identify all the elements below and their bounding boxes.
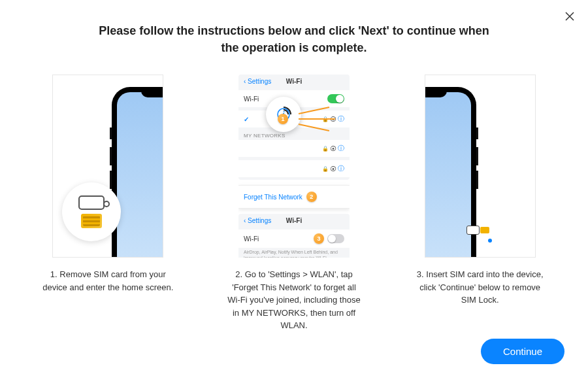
step-3: 3. Insert SIM card into the device, clic… — [395, 75, 564, 332]
step-3-illustration — [425, 75, 536, 258]
close-button[interactable] — [564, 10, 575, 24]
continue-button[interactable]: Continue — [481, 339, 564, 364]
eject-dot-icon — [488, 239, 492, 243]
sim-card-icon — [81, 214, 102, 228]
wifi-toggle-label: Wi-Fi — [244, 235, 259, 243]
sim-tray-icon — [78, 195, 105, 210]
settings-back-link: ‹ Settings — [244, 78, 271, 85]
step-1-illustration — [52, 75, 163, 258]
dialog-footer: Continue — [24, 339, 564, 364]
step-2: ‹ Settings Wi-Fi Wi-Fi ✓ 🔒⦿ⓘ MY NETWORKS — [210, 75, 379, 332]
step-1-caption: 1. Remove SIM card from your device and … — [39, 268, 176, 294]
sim-insert-icon — [466, 226, 489, 235]
pointer-lines-icon — [299, 110, 335, 126]
wifi-signal-icon: 🔒⦿ⓘ — [322, 144, 344, 153]
settings-title: Wi-Fi — [286, 217, 302, 224]
forget-network-row: Forget This Network 2 — [238, 185, 350, 209]
steps-row: 1. Remove SIM card from your device and … — [24, 75, 564, 332]
sim-magnifier-icon — [62, 182, 121, 241]
step-badge-2: 2 — [306, 192, 317, 202]
wifi-off-subnote: AirDrop, AirPlay, Notify When Left Behin… — [238, 248, 350, 258]
forget-network-label: Forget This Network — [244, 194, 302, 201]
wifi-toggle-label: Wi-Fi — [244, 95, 259, 103]
wifi-toggle-off-icon — [327, 234, 344, 243]
step-1: 1. Remove SIM card from your device and … — [24, 75, 193, 332]
dialog-container: Please follow the instructions below and… — [0, 0, 588, 372]
step-badge-3: 3 — [314, 233, 324, 244]
settings-title: Wi-Fi — [286, 78, 302, 85]
close-icon — [564, 11, 575, 22]
wifi-toggle-on-icon — [327, 94, 344, 103]
phone-icon — [112, 87, 163, 258]
step-3-caption: 3. Insert SIM card into the device, clic… — [412, 268, 549, 307]
dialog-heading: Please follow the instructions below and… — [98, 22, 490, 56]
step-2-caption: 2. Go to 'Settings > WLAN', tap 'Forget … — [225, 268, 363, 332]
step-2-illustration: ‹ Settings Wi-Fi Wi-Fi ✓ 🔒⦿ⓘ MY NETWORKS — [238, 75, 350, 258]
wifi-current-network-row: ✓ — [244, 116, 251, 123]
my-networks-label: MY NETWORKS — [238, 131, 350, 140]
settings-back-link: ‹ Settings — [244, 217, 271, 224]
wifi-settings-panel-bottom: ‹ Settings Wi-Fi Wi-Fi 3 AirDrop, AirPla… — [238, 214, 350, 258]
wifi-signal-icon: 🔒⦿ⓘ — [322, 164, 344, 173]
